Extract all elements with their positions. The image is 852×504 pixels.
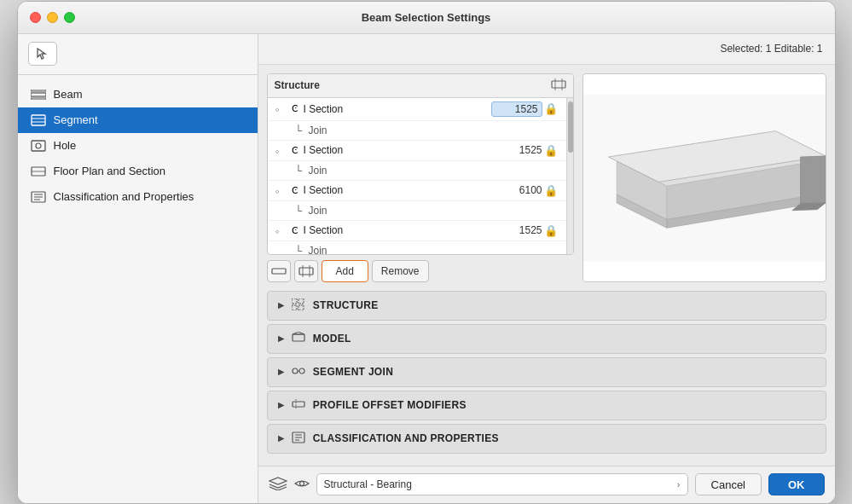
structure-table: Structure (267, 73, 574, 255)
accordion-header-structure[interactable]: ▶ STRUCTURE (268, 292, 826, 320)
selection-status: Selected: 1 Editable: 1 (720, 43, 822, 55)
main-window: Beam Selection Settings (17, 1, 836, 504)
content-area: Beam Segment (18, 34, 835, 503)
struct-toolbar: Add Remove (267, 260, 574, 282)
svg-rect-17 (272, 269, 286, 274)
accordion-item-model: ▶ MODEL (267, 324, 826, 354)
svg-rect-33 (298, 305, 304, 310)
accordion-item-segment-join: ▶ SEGMENT JOIN (267, 357, 826, 387)
footer-eye-icon (294, 478, 310, 491)
sidebar-tool-button[interactable] (28, 42, 57, 66)
table-row-2[interactable]: ⬦ Ͼ I Section 1525 🔒 (268, 141, 566, 161)
beam-icon (30, 88, 47, 101)
floor-plan-icon (30, 165, 47, 178)
row-expand-arrow-3[interactable]: ⬦ (275, 186, 287, 195)
sidebar-item-floor-plan[interactable]: Floor Plan and Section (18, 159, 258, 184)
add-button[interactable]: Add (322, 260, 368, 282)
svg-rect-6 (32, 141, 45, 151)
titlebar: Beam Selection Settings (18, 2, 835, 34)
accordion-label-structure: STRUCTURE (313, 299, 379, 311)
svg-rect-2 (31, 98, 46, 100)
svg-rect-14 (552, 81, 565, 88)
hole-icon (30, 139, 47, 153)
sidebar-item-hole-label: Hole (54, 139, 77, 152)
accordion-label-profile-offset: PROFILE OFFSET MODIFIERS (313, 399, 467, 411)
row-value-1: 1525 (491, 101, 542, 117)
row-expand-arrow-4[interactable]: ⬦ (275, 226, 287, 235)
table-row[interactable]: ⬦ Ͼ I Section 1525 🔒 (268, 98, 566, 121)
i-section-icon-4: Ͼ (287, 225, 304, 236)
accordion-arrow-model: ▶ (278, 334, 284, 343)
main-content: Selected: 1 Editable: 1 Structure (258, 34, 835, 503)
lock-icon-2[interactable]: 🔒 (542, 144, 559, 157)
main-body: Structure (258, 65, 835, 291)
accordion-header-classification[interactable]: ▶ CLASSIFICATION AND PROPERTIES (268, 425, 826, 453)
minimize-button[interactable] (47, 12, 58, 23)
ok-button[interactable]: OK (768, 473, 825, 495)
footer-buttons: Cancel OK (695, 473, 825, 495)
footer: Structural - Bearing › Cancel OK (258, 466, 835, 503)
row-expand-arrow[interactable]: ⬦ (275, 104, 287, 113)
profile-offset-section-icon (291, 398, 306, 413)
svg-rect-39 (293, 402, 304, 407)
tool-button-1[interactable] (267, 260, 291, 282)
scrollbar-thumb[interactable] (568, 101, 573, 153)
table-row-join-2: └ Join (268, 161, 566, 181)
pointer-icon (35, 47, 50, 61)
classification-icon (30, 190, 47, 204)
accordion-arrow-structure: ▶ (278, 301, 284, 310)
model-section-icon (291, 332, 306, 346)
scrollbar[interactable] (566, 98, 573, 255)
svg-point-46 (299, 482, 304, 486)
table-row-join-1: └ Join (268, 121, 566, 141)
sidebar-item-segment[interactable]: Segment (18, 107, 258, 133)
svg-marker-28 (800, 156, 825, 204)
footer-left: Structural - Bearing › (269, 473, 688, 495)
i-section-icon-3: Ͼ (287, 185, 304, 196)
layer-select-value: Structural - Bearing (324, 478, 412, 490)
table-row-4[interactable]: ⬦ Ͼ I Section 1525 🔒 (268, 221, 566, 241)
traffic-lights (30, 12, 75, 23)
sidebar-item-hole[interactable]: Hole (18, 133, 258, 159)
sidebar-item-classification[interactable]: Classification and Properties (18, 184, 258, 210)
main-header: Selected: 1 Editable: 1 (258, 34, 835, 65)
i-section-icon: Ͼ (287, 103, 304, 114)
structure-section-icon (291, 298, 306, 313)
sidebar-item-beam[interactable]: Beam (18, 82, 258, 107)
svg-point-37 (299, 368, 304, 374)
lock-icon-1[interactable]: 🔒 (542, 102, 559, 115)
segment-icon (30, 113, 47, 127)
tool-button-2[interactable] (294, 260, 318, 282)
sidebar-items-list: Beam Segment (18, 75, 258, 503)
maximize-button[interactable] (64, 12, 75, 23)
sidebar-item-classification-label: Classification and Properties (54, 190, 194, 203)
layer-select[interactable]: Structural - Bearing › (316, 473, 688, 495)
svg-point-36 (293, 368, 298, 374)
window-title: Beam Selection Settings (362, 11, 491, 24)
structure-table-header: Structure (268, 74, 573, 98)
svg-rect-3 (32, 115, 45, 125)
cancel-button[interactable]: Cancel (695, 473, 762, 495)
col-icon-header (551, 78, 566, 93)
table-row-3[interactable]: ⬦ Ͼ I Section 6100 🔒 (268, 181, 566, 201)
lock-icon-3[interactable]: 🔒 (542, 184, 559, 197)
svg-rect-0 (31, 93, 46, 96)
svg-rect-1 (31, 90, 46, 91)
svg-rect-31 (298, 298, 304, 304)
accordion-item-structure: ▶ STRUCTURE (267, 291, 826, 321)
close-button[interactable] (30, 12, 41, 23)
accordion-item-classification: ▶ CLASSIFICATION AND PROPERTIES (267, 424, 826, 454)
accordion-header-profile-offset[interactable]: ▶ PROFILE OFFSET MODIFIERS (268, 391, 826, 420)
svg-marker-35 (293, 332, 304, 334)
lock-icon-4[interactable]: 🔒 (542, 224, 559, 237)
table-body-wrapper: ⬦ Ͼ I Section 1525 🔒 └ Join (268, 98, 573, 255)
accordion-header-model[interactable]: ▶ MODEL (268, 325, 826, 353)
accordion-label-segment-join: SEGMENT JOIN (313, 366, 393, 378)
row-value-2: 1525 (491, 144, 542, 156)
svg-rect-18 (299, 268, 313, 275)
remove-button[interactable]: Remove (372, 260, 429, 282)
svg-rect-32 (292, 305, 297, 310)
beam-preview (583, 74, 826, 281)
accordion-header-segment-join[interactable]: ▶ SEGMENT JOIN (268, 358, 826, 386)
row-expand-arrow-2[interactable]: ⬦ (275, 146, 287, 155)
